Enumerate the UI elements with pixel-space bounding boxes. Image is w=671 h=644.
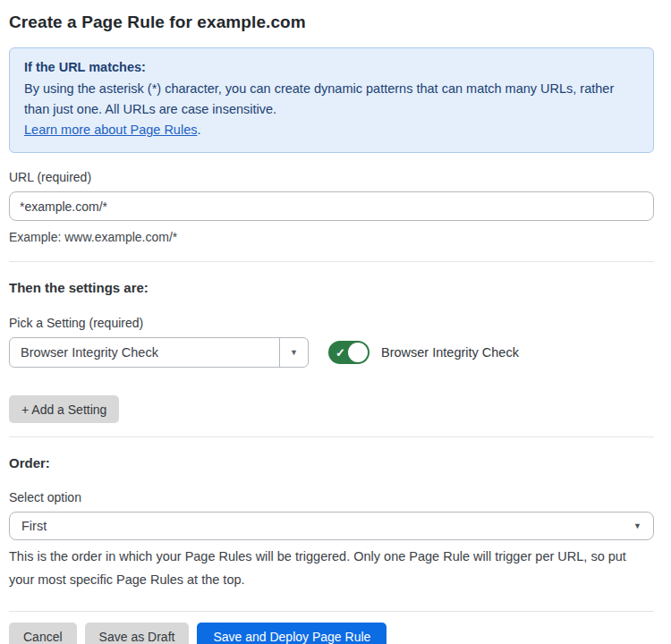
url-input[interactable] (9, 191, 654, 221)
setting-row: Browser Integrity Check ▼ ✓ Browser Inte… (9, 337, 654, 368)
save-deploy-button[interactable]: Save and Deploy Page Rule (197, 623, 386, 644)
toggle-knob (348, 343, 368, 362)
save-draft-button[interactable]: Save as Draft (85, 623, 190, 644)
page-rule-form: Create a Page Rule for example.com If th… (0, 0, 671, 644)
footer-buttons: Cancel Save as Draft Save and Deploy Pag… (9, 623, 654, 644)
setting-select-arrow-button[interactable]: ▼ (279, 338, 308, 367)
info-link-line: Learn more about Page Rules. (24, 120, 639, 140)
url-match-info-box: If the URL matches: By using the asteris… (9, 47, 654, 153)
order-section-heading: Order: (9, 455, 654, 470)
page-title: Create a Page Rule for example.com (9, 13, 654, 32)
caret-down-icon: ▼ (633, 521, 641, 530)
url-example-helper: Example: www.example.com/* (9, 227, 654, 248)
order-helper-text: This is the order in which your Page Rul… (9, 545, 654, 591)
cancel-button[interactable]: Cancel (9, 623, 77, 644)
divider (9, 611, 654, 612)
browser-integrity-toggle[interactable]: ✓ (328, 341, 369, 364)
add-setting-button[interactable]: + Add a Setting (9, 395, 119, 423)
learn-more-link[interactable]: Learn more about Page Rules (24, 123, 197, 137)
setting-select-value: Browser Integrity Check (10, 338, 279, 367)
order-select[interactable]: First ▼ (9, 512, 654, 540)
setting-select[interactable]: Browser Integrity Check ▼ (9, 337, 309, 368)
info-box-body: By using the asterisk (*) character, you… (24, 79, 639, 120)
caret-down-icon: ▼ (290, 348, 298, 357)
toggle-label: Browser Integrity Check (381, 345, 519, 360)
order-select-label: Select option (9, 490, 654, 504)
link-period: . (197, 123, 200, 137)
divider (9, 261, 654, 262)
order-select-value: First (21, 519, 47, 533)
setting-picker-label: Pick a Setting (required) (9, 316, 654, 330)
divider (9, 436, 654, 437)
check-icon: ✓ (336, 347, 345, 359)
settings-section-heading: Then the settings are: (9, 280, 654, 295)
info-box-heading: If the URL matches: (24, 57, 639, 78)
url-field-label: URL (required) (9, 170, 654, 184)
